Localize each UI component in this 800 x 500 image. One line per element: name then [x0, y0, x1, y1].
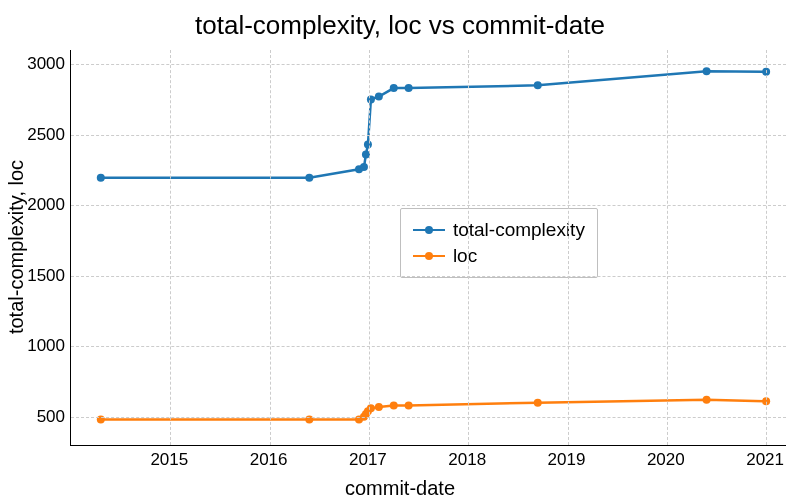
data-point: [703, 396, 711, 404]
data-point: [534, 81, 542, 89]
data-point: [534, 399, 542, 407]
grid-line-vertical: [468, 50, 469, 445]
grid-line-horizontal: [71, 64, 786, 65]
data-point: [390, 402, 398, 410]
x-tick-label: 2020: [647, 450, 685, 470]
grid-line-vertical: [568, 50, 569, 445]
data-point: [375, 403, 383, 411]
grid-line-vertical: [667, 50, 668, 445]
x-tick-label: 2019: [548, 450, 586, 470]
y-tick-label: 2500: [10, 125, 65, 145]
chart-title: total-complexity, loc vs commit-date: [0, 10, 800, 41]
legend-swatch: [413, 249, 445, 263]
data-point: [390, 84, 398, 92]
data-point: [97, 174, 105, 182]
data-point: [364, 141, 372, 149]
data-point: [360, 163, 368, 171]
legend-swatch: [413, 223, 445, 237]
grid-line-horizontal: [71, 417, 786, 418]
grid-line-vertical: [270, 50, 271, 445]
x-tick-label: 2015: [150, 450, 188, 470]
y-tick-label: 500: [10, 407, 65, 427]
data-point: [405, 402, 413, 410]
grid-line-horizontal: [71, 346, 786, 347]
grid-line-horizontal: [71, 276, 786, 277]
y-tick-label: 2000: [10, 195, 65, 215]
grid-line-vertical: [369, 50, 370, 445]
grid-line-vertical: [766, 50, 767, 445]
data-point: [375, 93, 383, 101]
grid-line-horizontal: [71, 135, 786, 136]
data-point: [703, 67, 711, 75]
legend-row: total-complexity: [413, 217, 585, 243]
y-axis-label: total-complexity, loc: [5, 160, 28, 334]
data-point: [305, 174, 313, 182]
legend-label: total-complexity: [453, 219, 585, 241]
x-axis-label: commit-date: [0, 477, 800, 500]
x-tick-label: 2018: [448, 450, 486, 470]
plot-area: total-complexityloc: [70, 50, 786, 446]
data-point: [405, 84, 413, 92]
y-tick-label: 1000: [10, 336, 65, 356]
x-tick-label: 2017: [349, 450, 387, 470]
legend-label: loc: [453, 245, 477, 267]
grid-line-horizontal: [71, 205, 786, 206]
grid-line-vertical: [170, 50, 171, 445]
legend-row: loc: [413, 243, 585, 269]
x-tick-label: 2016: [250, 450, 288, 470]
y-tick-label: 1500: [10, 266, 65, 286]
chart-container: total-complexity, loc vs commit-date tot…: [0, 0, 800, 500]
x-tick-label: 2021: [746, 450, 784, 470]
y-tick-label: 3000: [10, 54, 65, 74]
